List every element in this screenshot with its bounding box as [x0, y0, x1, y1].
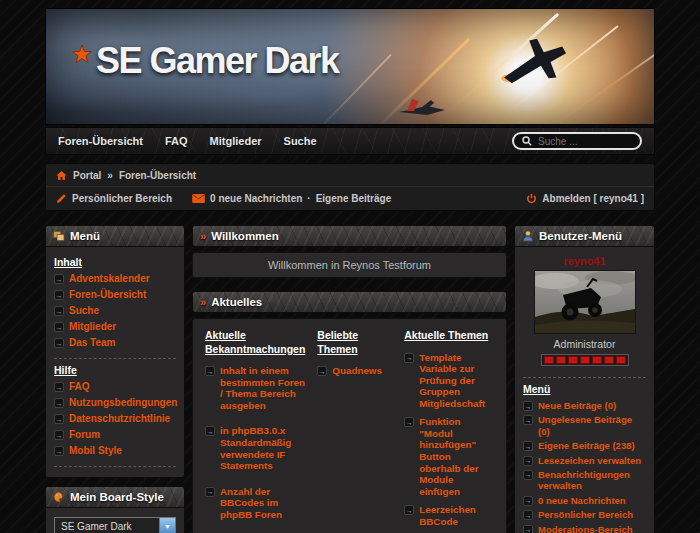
breadcrumb-separator: »: [107, 170, 113, 181]
menu-panel-body: Inhalt Adventskalender Foren-Übersicht: [45, 247, 185, 478]
arrow-bullet-icon: [523, 470, 533, 480]
menu-link[interactable]: 0 neue Nachrichten: [538, 495, 626, 506]
rank-square: [556, 356, 566, 364]
announcements-list: Inhalt in einem bestimmten Foren / Thema…: [205, 365, 305, 533]
menu-link[interactable]: Lesezeichen verwalten: [538, 455, 641, 466]
board-style-panel: Mein Board-Style SE Gamer Dark: [45, 486, 185, 533]
topic-link[interactable]: Funktion "Modul hinzufügen" Button oberh…: [419, 416, 494, 497]
person-icon: [522, 230, 534, 242]
chevron-down-icon[interactable]: [159, 518, 175, 533]
arrow-bullet-icon: [523, 401, 533, 411]
pencil-icon: [56, 193, 67, 204]
menu-link[interactable]: Suche: [69, 305, 99, 317]
menu-item: Benachrichtigungen verwalten: [523, 469, 646, 492]
breadcrumb-current: Foren-Übersicht: [119, 170, 196, 181]
site-logo[interactable]: SE Gamer Dark: [72, 43, 339, 79]
arrow-bullet-icon: [404, 505, 414, 515]
dashed-divider: [523, 377, 646, 378]
username-link[interactable]: reyno41: [563, 255, 605, 267]
double-chevron-icon: [200, 230, 206, 242]
topic-link[interactable]: Inhalt in einem bestimmten Foren / Thema…: [220, 365, 305, 411]
menu-item: Ungelesene Beiträge (0): [523, 414, 646, 437]
menu-item: Eigene Beiträge (238): [523, 440, 646, 451]
arrow-bullet-icon: [54, 322, 64, 332]
user-rank-label: Administrator: [523, 338, 646, 350]
menu-link[interactable]: Eigene Beiträge (238): [538, 440, 635, 451]
menu-link[interactable]: Mitglieder: [69, 321, 116, 333]
menu-link[interactable]: Persönlicher Bereich: [538, 509, 633, 520]
rank-squares: [541, 354, 629, 366]
arrow-bullet-icon: [404, 417, 414, 427]
double-chevron-icon: [200, 296, 206, 308]
user-avatar[interactable]: [534, 270, 636, 334]
board-style-title: Mein Board-Style: [70, 491, 164, 503]
arrow-bullet-icon: [523, 415, 533, 425]
menu-link[interactable]: FAQ: [69, 381, 90, 393]
menu-item: Das Team: [54, 337, 176, 349]
home-icon: [56, 170, 67, 181]
own-posts-link[interactable]: Eigene Beiträge: [316, 193, 392, 204]
dashed-divider: [54, 466, 176, 467]
topic-link[interactable]: Leerzeichen BBCode: [419, 504, 494, 527]
site-title: SE Gamer Dark: [96, 43, 339, 79]
search-icon: [522, 136, 532, 146]
nav-link[interactable]: Suche: [284, 135, 317, 147]
section-heading-inhalt: Inhalt: [54, 256, 176, 268]
topic-link[interactable]: Template Variable zur Prüfung der Gruppe…: [419, 352, 494, 410]
menu-link[interactable]: Das Team: [69, 337, 116, 349]
arrow-bullet-icon: [54, 306, 64, 316]
board-style-select[interactable]: SE Gamer Dark: [54, 517, 176, 533]
menu-link[interactable]: Moderations-Bereich: [538, 524, 633, 533]
search-input[interactable]: [538, 136, 632, 147]
topic-link[interactable]: Quadnews: [332, 365, 382, 377]
fighter-jet-silhouette: [498, 27, 576, 89]
menu-link[interactable]: Foren-Übersicht: [69, 289, 146, 301]
topic-link[interactable]: Anzahl der BBCodes im phpBB Foren: [220, 486, 305, 521]
news-col-heading: Beliebte Themen: [317, 329, 392, 356]
menu-item: Adventskalender: [54, 273, 176, 285]
nav-link[interactable]: Mitglieder: [210, 135, 262, 147]
nav-link[interactable]: Foren-Übersicht: [58, 135, 143, 147]
news-title: Aktuelles: [211, 296, 262, 308]
arrow-bullet-icon: [54, 446, 64, 456]
arrow-bullet-icon: [523, 456, 533, 466]
menu-link[interactable]: Datenschutzrichtlinie: [69, 413, 170, 425]
menu-item: Forum: [54, 429, 176, 441]
recent-list: Template Variable zur Prüfung der Gruppe…: [404, 352, 494, 533]
menu-item: 0 neue Nachrichten: [523, 495, 646, 506]
personal-area-link[interactable]: Persönlicher Bereich: [72, 193, 172, 204]
menu-link[interactable]: Adventskalender: [69, 273, 150, 285]
menu-item: Persönlicher Bereich: [523, 509, 646, 520]
menu-link[interactable]: Forum: [69, 429, 100, 441]
menu-link[interactable]: Nutzungsbedingungen: [69, 397, 177, 409]
menu-link[interactable]: Ungelesene Beiträge (0): [538, 414, 646, 437]
menu-item: Neue Beiträge (0): [523, 400, 646, 411]
arrow-bullet-icon: [54, 430, 64, 440]
nav-link[interactable]: FAQ: [165, 135, 188, 147]
menu-item: Foren-Übersicht: [54, 289, 176, 301]
arrow-bullet-icon: [205, 426, 215, 436]
news-item: Anzahl der BBCodes im phpBB Foren: [205, 486, 305, 521]
menu-panel-title: Menü: [70, 230, 100, 242]
rank-square: [592, 356, 602, 364]
search-box[interactable]: [512, 132, 642, 150]
arrow-bullet-icon: [54, 274, 64, 284]
logout-link[interactable]: Abmelden [ reyno41 ]: [542, 193, 644, 204]
menu-list-hilfe: FAQ Nutzungsbedingungen Datenschutzricht…: [54, 381, 176, 457]
rank-square: [604, 356, 614, 364]
nav-links: Foren-ÜbersichtFAQMitgliederSuche: [58, 135, 317, 147]
topic-link[interactable]: in phpBB3.0.x Standardmäßig verwendete I…: [220, 425, 305, 471]
breadcrumb-portal-link[interactable]: Portal: [73, 170, 101, 181]
breadcrumb: Portal » Foren-Übersicht: [46, 164, 654, 187]
arrow-bullet-icon: [523, 441, 533, 451]
menu-link[interactable]: Neue Beiträge (0): [538, 400, 616, 411]
dot-separator: ·: [307, 193, 310, 204]
menu-link[interactable]: Mobil Style: [69, 445, 122, 457]
news-col-heading: Aktuelle Themen: [404, 329, 494, 343]
header-banner: SE Gamer Dark: [45, 8, 655, 125]
news-column-announcements: Aktuelle Bekanntmachungen Inhalt in eine…: [205, 329, 305, 533]
new-messages-link[interactable]: 0 neue Nachrichten: [210, 193, 302, 204]
popular-list: Quadnews: [317, 365, 392, 377]
window-tiles-icon: [53, 230, 65, 242]
menu-link[interactable]: Benachrichtigungen verwalten: [538, 469, 646, 492]
